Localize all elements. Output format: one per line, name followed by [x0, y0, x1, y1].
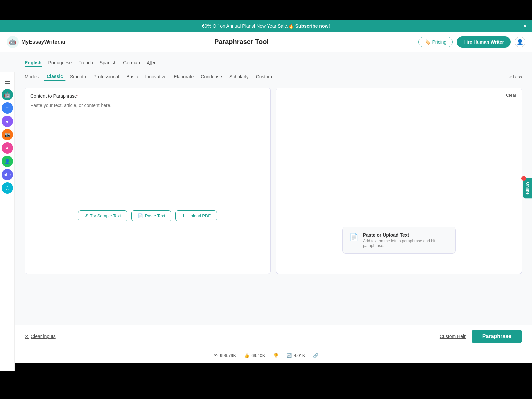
pricing-icon: 🏷️: [425, 39, 430, 45]
clear-inputs-button[interactable]: ✕ Clear inputs: [25, 334, 56, 339]
paste-icon: 📄: [138, 213, 143, 218]
upload-icon: ⬆: [182, 213, 185, 218]
logo-text: MyEssayWriter.ai: [21, 39, 65, 45]
paste-text-button[interactable]: 📄 Paste Text: [131, 210, 171, 221]
required-marker: *: [77, 93, 79, 99]
sidebar-item-dot[interactable]: ●: [2, 142, 13, 154]
lang-tab-french[interactable]: French: [78, 59, 93, 67]
shares-value: 4.01K: [294, 353, 305, 358]
sidebar: ☰ 🤖 ≡ ● 📷 ● 👤 abc ⬡: [0, 72, 15, 371]
views-value: 996.79K: [220, 353, 236, 358]
stat-shares: 🔄 4.01K: [286, 353, 305, 358]
paste-box-subtitle: Add text on the left to paraphrase and h…: [363, 239, 449, 248]
page-title: Paraphraser Tool: [65, 38, 418, 46]
subscribe-link[interactable]: Subscribe now!: [295, 23, 330, 29]
lang-tab-german[interactable]: German: [123, 59, 140, 67]
mode-innovative[interactable]: Innovative: [143, 73, 169, 81]
user-account-icon[interactable]: 👤: [515, 37, 525, 47]
left-panel-label: Content to Paraphrase*: [30, 93, 265, 99]
lang-all-label: All: [147, 60, 152, 66]
try-sample-text-button[interactable]: ↺ Try Sample Text: [78, 210, 127, 221]
header-actions: 🏷️ Pricing Hire Human Writer 👤: [418, 36, 525, 48]
stat-views: 👁 996.79K: [214, 353, 236, 358]
sample-label: Try Sample Text: [90, 213, 121, 218]
header: 🤖 MyEssayWriter.ai Paraphraser Tool 🏷️ P…: [0, 32, 532, 52]
clear-inputs-x-icon: ✕: [25, 334, 29, 339]
sidebar-item-circle[interactable]: ●: [2, 116, 13, 127]
paraphrase-input[interactable]: [30, 103, 265, 202]
sidebar-menu-icon[interactable]: ☰: [2, 76, 13, 87]
mode-custom[interactable]: Custom: [253, 73, 275, 81]
right-panel: Clear 📄 Paste or Upload Text Add text on…: [276, 88, 522, 274]
modes-row: Modes: Classic Smooth Professional Basic…: [25, 72, 522, 81]
action-buttons: ↺ Try Sample Text 📄 Paste Text ⬆ Upload …: [30, 210, 265, 221]
clear-inputs-label: Clear inputs: [31, 334, 56, 339]
mode-professional[interactable]: Professional: [91, 73, 122, 81]
paraphrase-button[interactable]: Paraphrase: [472, 330, 522, 343]
mode-condense[interactable]: Condense: [198, 73, 225, 81]
lang-tab-spanish[interactable]: Spanish: [100, 59, 117, 67]
mode-classic[interactable]: Classic: [44, 72, 66, 81]
link-icon: 🔗: [313, 353, 318, 358]
pricing-label: Pricing: [432, 39, 447, 45]
lang-tab-all[interactable]: All ▾: [147, 59, 156, 67]
sidebar-item-list[interactable]: ≡: [2, 102, 13, 114]
logo-icon: 🤖: [7, 36, 19, 48]
online-label: Online: [525, 182, 530, 194]
content-area: English Portuguese French Spanish German…: [15, 52, 532, 325]
online-indicator: [521, 176, 526, 181]
panels: Content to Paraphrase* ↺ Try Sample Text…: [25, 88, 522, 274]
stat-dislikes: 👎: [273, 353, 278, 358]
views-icon: 👁: [214, 353, 218, 358]
lang-all-chevron: ▾: [153, 60, 155, 66]
dislikes-icon: 👎: [273, 353, 278, 358]
stat-link[interactable]: 🔗: [313, 353, 318, 358]
lang-tab-english[interactable]: English: [25, 59, 42, 67]
less-button[interactable]: « Less: [509, 74, 522, 79]
paste-upload-box: 📄 Paste or Upload Text Add text on the l…: [342, 227, 456, 254]
stats-bar: 👁 996.79K 👍 69.40K 👎 🔄 4.01K 🔗: [0, 348, 532, 363]
left-panel: Content to Paraphrase* ↺ Try Sample Text…: [25, 88, 271, 274]
hire-human-writer-button[interactable]: Hire Human Writer: [457, 36, 511, 48]
sidebar-item-hex[interactable]: ⬡: [2, 182, 13, 194]
banner-text: 60% Off on Annual Plans! New Year Sale.🔥: [202, 23, 295, 29]
clear-output-button[interactable]: Clear: [506, 93, 516, 98]
mode-scholarly[interactable]: Scholarly: [227, 73, 251, 81]
modes-label: Modes:: [25, 74, 40, 79]
upload-label: Upload PDF: [187, 213, 211, 218]
sidebar-item-camera[interactable]: 📷: [2, 129, 13, 140]
shares-icon: 🔄: [286, 353, 292, 358]
sample-icon: ↺: [84, 213, 88, 218]
banner-close-button[interactable]: ×: [523, 23, 527, 30]
paste-label: Paste Text: [145, 213, 165, 218]
likes-value: 69.40K: [251, 353, 265, 358]
logo: 🤖 MyEssayWriter.ai: [7, 36, 65, 48]
mode-smooth[interactable]: Smooth: [67, 73, 89, 81]
paste-box-title: Paste or Upload Text: [363, 232, 449, 238]
sidebar-item-text[interactable]: abc: [2, 169, 13, 180]
paste-upload-icon: 📄: [349, 233, 358, 242]
sidebar-item-user[interactable]: 👤: [2, 156, 13, 167]
online-badge[interactable]: Online: [523, 178, 532, 198]
stat-likes: 👍 69.40K: [244, 353, 265, 358]
bottom-bar: ✕ Clear inputs Custom Help Paraphrase: [0, 325, 532, 348]
sidebar-item-ai[interactable]: 🤖: [2, 89, 13, 100]
upload-pdf-button[interactable]: ⬆ Upload PDF: [175, 210, 217, 221]
pricing-button[interactable]: 🏷️ Pricing: [418, 37, 453, 47]
lang-tab-portuguese[interactable]: Portuguese: [48, 59, 72, 67]
language-tabs: English Portuguese French Spanish German…: [25, 59, 522, 67]
custom-help-link[interactable]: Custom Help: [440, 334, 466, 339]
likes-icon: 👍: [244, 353, 249, 358]
promo-banner: 60% Off on Annual Plans! New Year Sale.🔥…: [0, 20, 532, 32]
mode-basic[interactable]: Basic: [124, 73, 140, 81]
mode-elaborate[interactable]: Elaborate: [171, 73, 196, 81]
